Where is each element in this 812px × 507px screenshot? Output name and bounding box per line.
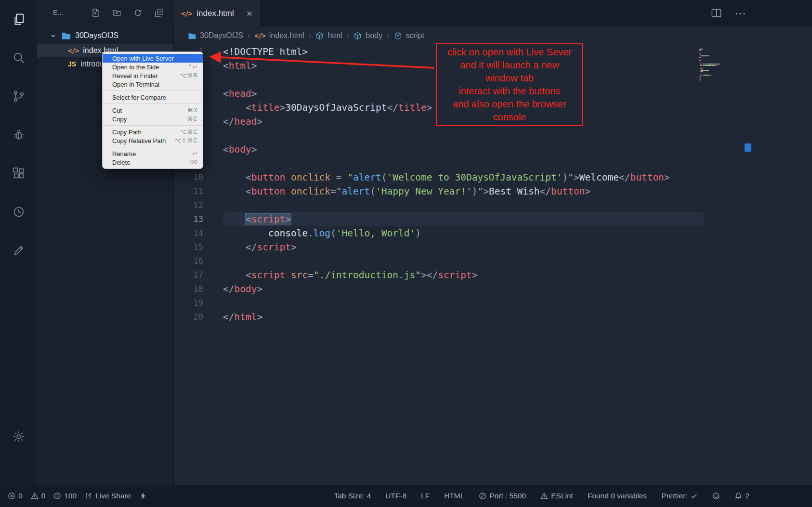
- line-number: 17: [173, 268, 203, 282]
- menu-item-delete[interactable]: Delete⌫: [103, 158, 203, 167]
- status-bar: 00100Live Share Tab Size: 4UTF-8LFHTMLPo…: [0, 485, 812, 507]
- breadcrumb-item-index-html[interactable]: </>index.html: [254, 31, 304, 40]
- info-circle-icon: [53, 492, 61, 500]
- code-line-11[interactable]: 11 <button onclick="alert('Happy New Yea…: [173, 184, 812, 198]
- annotation-line: and also open the browser: [453, 98, 566, 111]
- html-icon: </>: [68, 47, 79, 54]
- line-number: 15: [173, 240, 203, 254]
- status-lightning[interactable]: [139, 492, 147, 500]
- menu-item-open-with-live-server[interactable]: Open with Live Server: [103, 54, 203, 63]
- status-0[interactable]: 0: [8, 492, 23, 500]
- menu-item-rename[interactable]: Rename↵: [103, 149, 203, 158]
- split-editor-icon[interactable]: [711, 8, 722, 19]
- code-line-7[interactable]: 7: [173, 129, 812, 143]
- history-icon[interactable]: [0, 193, 37, 231]
- menu-item-copy[interactable]: Copy⌘C: [103, 115, 203, 123]
- bell-icon: [734, 492, 742, 500]
- menu-item-select-for-compare[interactable]: Select for Compare: [103, 93, 203, 102]
- code-line-19[interactable]: 19: [173, 296, 812, 310]
- status-tab-size-4[interactable]: Tab Size: 4: [334, 492, 371, 500]
- menu-item-copy-relative-path[interactable]: Copy Relative Path⌥⇧⌘C: [103, 136, 203, 145]
- code-line-15[interactable]: 15 </script>: [173, 240, 812, 254]
- annotation-line: console: [493, 111, 526, 124]
- tab-index-html[interactable]: </> index.html ×: [173, 0, 260, 26]
- line-number: 19: [173, 296, 203, 310]
- code-line-10[interactable]: 10 <button onclick = "alert('Welcome to …: [173, 170, 812, 184]
- folder-icon: [188, 32, 196, 40]
- status-found-0-variables[interactable]: Found 0 variables: [588, 492, 647, 500]
- smiley-icon: [712, 492, 720, 500]
- folder-root-label: 30DaysOfJS: [75, 31, 118, 40]
- warning-triangle-icon: [540, 492, 548, 500]
- close-icon[interactable]: ×: [247, 8, 252, 18]
- pen-icon[interactable]: [0, 231, 37, 270]
- scrollbar-decoration[interactable]: [745, 143, 751, 152]
- menu-item-cut[interactable]: Cut⌘X: [103, 106, 203, 115]
- code-line-17[interactable]: 17 <script src="./introduction.js"></scr…: [173, 268, 812, 282]
- code-line-8[interactable]: 8<body>: [173, 143, 812, 156]
- status-0[interactable]: 0: [31, 492, 46, 500]
- breadcrumb-item-30daysofjs[interactable]: 30DaysOfJS: [188, 31, 243, 40]
- menu-item-copy-path[interactable]: Copy Path⌥⌘C: [103, 128, 203, 136]
- refresh-icon[interactable]: [133, 8, 143, 17]
- annotation-line: interact with the buttons: [458, 85, 560, 98]
- code-line-13[interactable]: 13 <script>: [173, 212, 812, 226]
- breadcrumb-item-body[interactable]: body: [354, 31, 382, 40]
- status-prettier[interactable]: Prettier:: [661, 492, 698, 500]
- search-icon[interactable]: [0, 39, 37, 77]
- menu-item-reveal-in-finder[interactable]: Reveal in Finder⌥⌘R: [103, 71, 203, 80]
- code-line-20[interactable]: 20</html>: [173, 310, 812, 324]
- menu-separator: [103, 147, 203, 147]
- breadcrumb-separator: ›: [309, 31, 312, 40]
- line-number: 16: [173, 254, 203, 268]
- port-slash-icon: [479, 492, 486, 500]
- status-lf[interactable]: LF: [421, 492, 430, 500]
- menu-item-open-in-terminal[interactable]: Open in Terminal: [103, 80, 203, 89]
- extensions-icon[interactable]: [0, 154, 37, 193]
- menu-separator: [103, 125, 203, 126]
- annotation-line: click on open with Live Sever: [447, 46, 572, 59]
- explorer-icon[interactable]: [0, 0, 37, 39]
- new-file-icon[interactable]: [91, 8, 100, 17]
- menu-item-open-to-the-side[interactable]: Open to the Side⌃↵: [103, 63, 203, 71]
- line-number: 13: [173, 212, 203, 226]
- status-utf-8[interactable]: UTF-8: [385, 492, 406, 500]
- source-control-icon[interactable]: [0, 77, 37, 116]
- status-live-share[interactable]: Live Share: [85, 492, 131, 500]
- new-folder-icon[interactable]: [112, 8, 121, 17]
- more-actions-icon[interactable]: ⋯: [734, 7, 747, 20]
- debug-icon[interactable]: [0, 116, 37, 154]
- line-number: 14: [173, 226, 203, 240]
- symbol-icon: [315, 32, 324, 40]
- code-line-12[interactable]: 12: [173, 198, 812, 212]
- breadcrumb-separator: ›: [347, 31, 350, 40]
- line-number: 18: [173, 282, 203, 296]
- status-port-5500[interactable]: Port : 5500: [479, 492, 526, 500]
- line-number: 10: [173, 170, 203, 184]
- vscode-window: E... 30DaysOfJS </>index.htmlJSintroduct…: [0, 0, 812, 507]
- status-100[interactable]: 100: [53, 492, 77, 500]
- annotation-line: and it will launch a new: [460, 59, 559, 72]
- folder-root-row[interactable]: 30DaysOfJS: [37, 27, 173, 44]
- minimap[interactable]: [699, 49, 742, 81]
- status-eslint[interactable]: ESLint: [540, 492, 573, 500]
- status-2[interactable]: 2: [734, 492, 749, 500]
- status-smiley[interactable]: [712, 492, 720, 500]
- status-html[interactable]: HTML: [444, 492, 464, 500]
- code-line-14[interactable]: 14 console.log('Hello, World'): [173, 226, 812, 240]
- settings-gear-icon[interactable]: [0, 417, 37, 456]
- status-bar-right: Tab Size: 4UTF-8LFHTMLPort : 5500ESLintF…: [334, 492, 749, 500]
- project-folder-icon: [61, 31, 71, 40]
- activity-bar: [0, 0, 37, 485]
- breadcrumb-item-script[interactable]: script: [394, 31, 424, 40]
- code-line-16[interactable]: 16: [173, 254, 812, 268]
- line-number: 20: [173, 310, 203, 324]
- status-bar-left: 00100Live Share: [8, 492, 147, 500]
- breadcrumb-item-html[interactable]: html: [315, 31, 342, 40]
- code-line-18[interactable]: 18</body>: [173, 282, 812, 296]
- line-number: 11: [173, 184, 203, 198]
- collapse-all-icon[interactable]: [155, 8, 164, 17]
- menu-separator: [103, 91, 203, 91]
- symbol-icon: [354, 32, 362, 40]
- code-line-9[interactable]: 9: [173, 156, 812, 170]
